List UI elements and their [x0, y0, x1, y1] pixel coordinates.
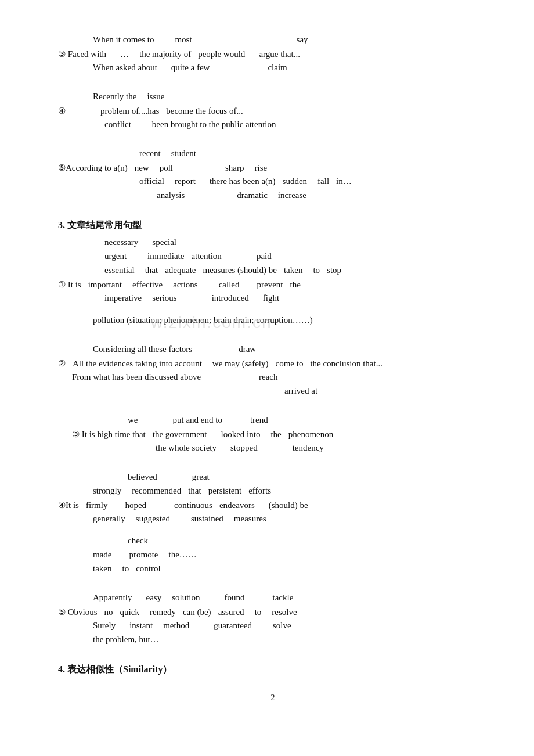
text: efforts [248, 486, 271, 496]
text: special [152, 237, 176, 247]
text: student [171, 149, 196, 159]
line-1: When it comes to most say [58, 35, 488, 48]
text: poll [160, 163, 173, 173]
text: tackle [272, 593, 293, 603]
text: found [224, 593, 244, 603]
circle-2-label: ② [58, 358, 66, 369]
text: resolve [272, 607, 297, 617]
section3-heading: 3. 文章结尾常用句型 [58, 219, 488, 232]
page-number: 2 [58, 693, 488, 703]
text: quick [120, 607, 139, 617]
text: we may (safely) [212, 359, 269, 369]
text: suggested [136, 514, 170, 524]
circle-5b-label: ⑤ Obvious [58, 607, 98, 617]
section-high-time: we put and end to trend ③ It is high tim… [58, 415, 488, 456]
text: control [136, 564, 161, 574]
text: solve [273, 621, 291, 631]
text: endeavors [219, 501, 255, 510]
text: instant [129, 621, 153, 631]
line-3: When asked about quite a few claim [58, 63, 488, 75]
text: called [219, 280, 240, 290]
text: arrived at [284, 386, 317, 396]
text: most [175, 35, 192, 45]
text: that [145, 265, 158, 275]
text: Apparently [93, 593, 132, 603]
text: stopped [230, 443, 258, 453]
line-4: analysis dramatic increase [58, 190, 488, 203]
text: Surely [93, 621, 116, 631]
text: that [188, 486, 201, 496]
section-obvious: Apparently easy solution found tackle ⑤ … [58, 593, 488, 647]
text: measures [234, 514, 266, 524]
text: the conclusion that... [310, 359, 383, 369]
text: reach [259, 372, 277, 382]
text: become the focus of... [166, 106, 243, 116]
text: conflict [104, 120, 131, 129]
text: to [255, 607, 262, 617]
section-considering: Considering all these factors draw ② All… [58, 344, 488, 399]
text: actions [173, 280, 198, 290]
line-2: strongly recommended that persistent eff… [58, 486, 488, 499]
line-1: Apparently easy solution found tackle [58, 593, 488, 606]
text: trend [250, 415, 268, 425]
text: the government [153, 430, 207, 440]
line-1: we put and end to trend [58, 415, 488, 428]
text: All the evidences taking into account [73, 359, 202, 369]
pollution-line: pollution (situation; phenomenon; brain … [58, 315, 488, 328]
line-2: ④ problem of....has become the focus of.… [58, 106, 488, 118]
line-5: imperative serious introduced fight [58, 293, 488, 306]
line-3: conflict been brought to the public atte… [58, 120, 488, 132]
line-1: believed great [58, 472, 488, 485]
line-3: essential that adequate measures (should… [58, 265, 488, 278]
line-6: made promote the…… [58, 550, 488, 563]
text: believed [128, 472, 157, 482]
line-1: necessary special [58, 237, 488, 250]
text: phenomenon [288, 430, 333, 440]
line-3: the whole society stopped tendency [58, 443, 488, 456]
text: Recently the [93, 92, 136, 102]
line-2: ⑤According to a(n) new poll sharp rise [58, 163, 488, 175]
text: generally [93, 514, 125, 524]
text: we [128, 415, 138, 425]
text: analysis [157, 190, 185, 200]
text: report [175, 177, 196, 186]
text: ③ It is high time that [72, 429, 146, 440]
line-4: arrived at [58, 386, 488, 399]
text: strongly [93, 486, 121, 496]
text: to [313, 265, 320, 275]
text: immediate [147, 251, 184, 261]
text: necessary [104, 237, 138, 247]
text: people would [198, 49, 245, 59]
line-3: official report there has been a(n) sudd… [58, 177, 488, 189]
text: official [139, 177, 164, 186]
text: From what has been discussed above [72, 372, 201, 382]
text: the [270, 430, 281, 440]
text: adequate [165, 265, 196, 275]
section-it-is-4: believed great strongly recommended that… [58, 472, 488, 577]
text: When asked about [93, 63, 157, 73]
text: check [128, 536, 148, 546]
text: persistent [208, 486, 242, 496]
line-7: taken to control [58, 564, 488, 577]
text: the…… [168, 550, 196, 560]
text: imperative [104, 293, 142, 303]
text: important [88, 280, 122, 290]
line-2: ③ It is high time that the government lo… [58, 429, 488, 442]
section4-heading: 4. 表达相似性（Similarity） [58, 664, 488, 676]
text: problem of....has [100, 106, 159, 116]
text: looked into [221, 430, 260, 440]
text: recent [139, 149, 161, 159]
line-2: ③ Faced with … the majority of people wo… [58, 49, 488, 62]
text: Considering all these factors [93, 344, 192, 354]
text: the whole society [156, 443, 217, 453]
line-4: ① It is important effective actions call… [58, 279, 488, 292]
text: no [104, 607, 113, 617]
text: great [192, 472, 210, 482]
text: effective [132, 280, 163, 290]
text: method [163, 621, 189, 631]
text: put and end to [173, 415, 222, 425]
text: assured [218, 607, 244, 617]
text: hoped [125, 501, 146, 510]
text: made [93, 550, 111, 560]
text: fall [317, 177, 329, 186]
